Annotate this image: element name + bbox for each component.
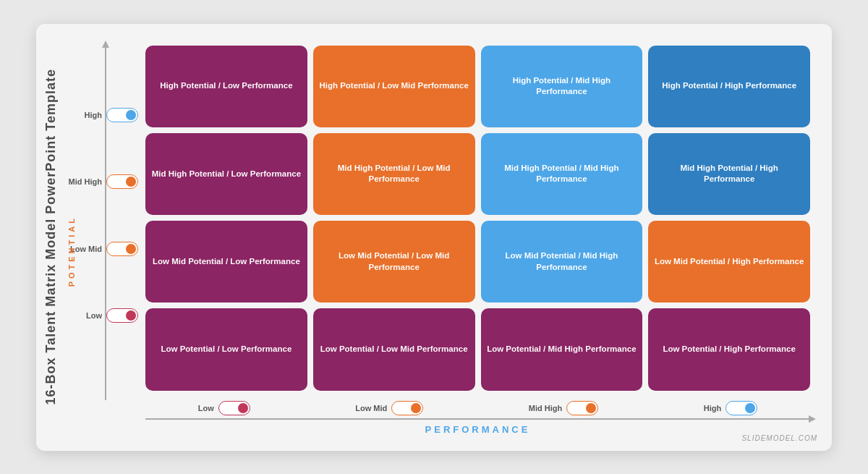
x-toggle-high-pill[interactable] — [726, 401, 757, 415]
x-toggle-low-dot — [238, 403, 248, 413]
x-toggle-lowmid-dot — [411, 403, 421, 413]
matrix-cell-0[interactable]: High Potential / Low Performance — [145, 46, 307, 127]
x-toggle-high-label: High — [704, 404, 721, 412]
x-toggle-high[interactable]: High — [704, 401, 757, 415]
x-toggle-low[interactable]: Low — [198, 401, 250, 415]
x-toggle-lowmid-label: Low Mid — [355, 404, 387, 412]
matrix-cell-13[interactable]: Low Potential / Low Mid Performance — [313, 308, 475, 390]
y-axis-arrow — [105, 46, 106, 400]
y-toggle-low[interactable]: Low — [86, 308, 138, 323]
y-toggle-lowmid[interactable]: Low Mid — [70, 242, 138, 256]
matrix-cell-9[interactable]: Low Mid Potential / Low Mid Performance — [313, 221, 475, 302]
x-toggles-row: Low Low Mid Mid High — [145, 397, 810, 418]
x-axis-area: Low Low Mid Mid High — [145, 397, 810, 436]
x-toggle-low-pill[interactable] — [218, 401, 250, 415]
y-toggle-high-pill[interactable] — [106, 108, 138, 122]
x-toggle-lowmid-pill[interactable] — [391, 401, 423, 415]
matrix-cell-3[interactable]: High Potential / High Performance — [648, 46, 810, 127]
matrix-cell-1[interactable]: High Potential / Low Mid Performance — [313, 46, 475, 127]
y-toggle-group: High Mid High Low Mid — [69, 60, 138, 393]
matrix-cell-11[interactable]: Low Mid Potential / High Performance — [648, 221, 810, 302]
matrix-cell-7[interactable]: Mid High Potential / High Performance — [648, 133, 810, 215]
y-toggle-lowmid-pill[interactable] — [106, 242, 138, 256]
x-toggle-high-dot — [745, 403, 755, 413]
watermark: SLIDEMODEL.COM — [741, 434, 817, 442]
y-toggle-high-dot — [126, 110, 136, 120]
y-axis-label: POTENTIAL — [67, 216, 76, 287]
matrix-cell-12[interactable]: Low Potential / Low Performance — [145, 308, 307, 390]
slide-container: 16-Box Talent Matrix Model PowerPoint Te… — [36, 24, 832, 451]
matrix-cell-15[interactable]: Low Potential / High Performance — [648, 308, 810, 390]
y-toggle-midhigh[interactable]: Mid High — [69, 174, 138, 189]
x-arrow-row — [145, 418, 810, 420]
x-axis-label: PERFORMANCE — [425, 420, 531, 436]
matrix-cell-10[interactable]: Low Mid Potential / Mid High Performance — [481, 221, 643, 302]
x-toggle-lowmid[interactable]: Low Mid — [355, 401, 423, 415]
y-toggle-lowmid-dot — [126, 244, 136, 254]
y-axis-area: POTENTIAL High Mid High Low Mid — [66, 38, 145, 436]
matrix-cell-4[interactable]: Mid High Potential / Low Performance — [145, 133, 307, 215]
x-toggle-low-label: Low — [198, 404, 214, 412]
y-toggle-low-dot — [126, 310, 136, 321]
x-toggle-midhigh-pill[interactable] — [566, 401, 598, 415]
vertical-title: 16-Box Talent Matrix Model PowerPoint Te… — [43, 69, 59, 405]
x-toggle-midhigh-label: Mid High — [529, 404, 562, 412]
matrix-cell-6[interactable]: Mid High Potential / Mid High Performanc… — [481, 133, 643, 215]
y-toggle-midhigh-label: Mid High — [69, 177, 102, 186]
matrix-grid: High Potential / Low PerformanceHigh Pot… — [145, 38, 810, 397]
y-toggle-low-pill[interactable] — [106, 308, 138, 323]
grid-and-x: High Potential / Low PerformanceHigh Pot… — [145, 38, 810, 436]
y-toggle-low-label: Low — [86, 311, 102, 320]
y-toggle-midhigh-pill[interactable] — [106, 174, 138, 189]
y-toggle-midhigh-dot — [126, 177, 136, 187]
main-content: POTENTIAL High Mid High Low Mid — [66, 38, 810, 436]
matrix-cell-2[interactable]: High Potential / Mid High Performance — [481, 46, 643, 127]
x-axis-line — [145, 418, 810, 420]
y-toggle-high-label: High — [85, 111, 102, 119]
x-toggle-midhigh[interactable]: Mid High — [529, 401, 598, 415]
matrix-cell-8[interactable]: Low Mid Potential / Low Performance — [145, 221, 307, 302]
x-toggle-midhigh-dot — [586, 403, 596, 413]
y-toggle-high[interactable]: High — [85, 108, 138, 122]
matrix-cell-14[interactable]: Low Potential / Mid High Performance — [481, 308, 643, 390]
matrix-cell-5[interactable]: Mid High Potential / Low Mid Performance — [313, 133, 475, 215]
